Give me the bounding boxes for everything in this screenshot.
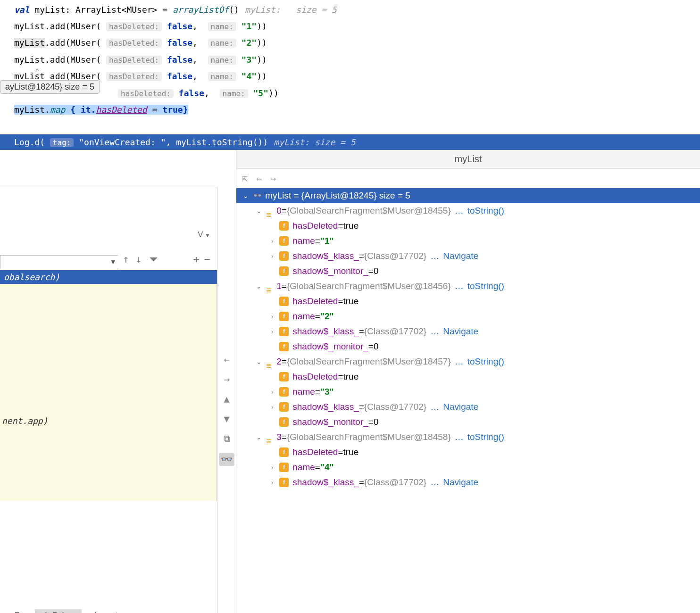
editor-code[interactable]: val myList: ArrayList<MUser> = arrayList…	[0, 0, 700, 118]
tree-field-row[interactable]: fhasDeleted = true	[236, 369, 700, 384]
frames-list[interactable]: nent.app)	[0, 284, 217, 501]
eq: =	[338, 369, 343, 384]
eq: =	[315, 233, 320, 249]
log-args: , myList.toString())	[166, 137, 268, 147]
arrow-down-icon[interactable]: ↓	[135, 253, 142, 265]
frame-item[interactable]: nent.app)	[0, 284, 217, 426]
glasses-icon: 👓	[253, 188, 262, 203]
caret-right-icon[interactable]: ›	[267, 309, 277, 324]
caret-down-icon[interactable]: ⌄	[254, 279, 264, 294]
dots-link[interactable]: …	[430, 249, 439, 264]
field-name: name	[292, 233, 315, 249]
forward-icon[interactable]: →	[224, 373, 229, 385]
inline-debug-hint: myList: size = 5	[245, 5, 337, 15]
dots-link[interactable]: …	[430, 324, 439, 339]
thread-dropdown[interactable]: ▼	[0, 255, 118, 269]
tree-item-row[interactable]: ⌄ ≡3 = {GlobalSearchFragment$MUser@18458…	[236, 430, 700, 445]
index-label: 0	[276, 203, 282, 218]
copy-icon[interactable]: ⧉	[224, 433, 230, 444]
minus-icon[interactable]: −	[204, 253, 210, 265]
tree-field-row[interactable]: fhasDeleted = true	[236, 218, 700, 233]
variables-tree[interactable]: ⌄ 👓myList = {ArrayList@18245} size = 5 ⌄…	[236, 188, 700, 490]
filter-icon[interactable]: ⏷	[149, 253, 159, 265]
tree-field-row[interactable]: › fname = "3"	[236, 384, 700, 399]
field-monitor: shadow$_monitor_	[292, 339, 368, 354]
navigate-link[interactable]: Navigate	[443, 249, 478, 264]
tostring-link[interactable]: toString()	[467, 203, 504, 218]
tab-debug[interactable]: 🐞Debug	[35, 609, 81, 613]
tree-field-row[interactable]: › fshadow$_klass_ = {Class@17702}…Naviga…	[236, 324, 700, 339]
tree-field-row[interactable]: › fname = "4"	[236, 460, 700, 475]
field-icon: f	[279, 251, 289, 261]
plus-icon[interactable]: +	[193, 253, 200, 265]
dots-link[interactable]: …	[430, 475, 439, 490]
dots-link[interactable]: …	[455, 354, 464, 369]
variables-toggle[interactable]: V▼	[198, 231, 210, 239]
dots-link[interactable]: …	[455, 430, 464, 445]
field-monitor: shadow$_monitor_	[292, 414, 368, 430]
arrow-up-icon[interactable]: ↑	[123, 253, 129, 265]
dots-link[interactable]: …	[430, 399, 439, 414]
tab-logcat[interactable]: ≡Logcat	[82, 609, 124, 613]
tab-run[interactable]: ▶Run	[0, 609, 35, 613]
tree-field-row[interactable]: fshadow$_monitor_ = 0	[236, 339, 700, 354]
field-icon: f	[279, 447, 289, 457]
eq: =	[282, 354, 287, 369]
caret-down-icon[interactable]: ⌄	[254, 354, 264, 369]
tree-field-row[interactable]: fhasDeleted = true	[236, 445, 700, 460]
tree-root-row[interactable]: ⌄ 👓myList = {ArrayList@18245} size = 5	[236, 188, 700, 203]
nav-back-icon[interactable]: ←	[256, 173, 262, 184]
tree-item-row[interactable]: ⌄ ≡0 = {GlobalSearchFragment$MUser@18455…	[236, 203, 700, 218]
value-class: {Class@17702}	[364, 324, 426, 339]
tree-field-row[interactable]: › fname = "2"	[236, 309, 700, 324]
caret-right-icon[interactable]: ›	[267, 460, 277, 475]
dots-link[interactable]: …	[455, 279, 464, 294]
frames-toolbar-right: + −	[193, 253, 211, 265]
caret-right-icon[interactable]: ›	[267, 233, 277, 249]
tree-field-row[interactable]: › fshadow$_klass_ = {Class@17702}…Naviga…	[236, 399, 700, 414]
glasses-icon[interactable]: 👓	[219, 453, 234, 466]
dots-link[interactable]: …	[455, 203, 464, 218]
tree-item-row[interactable]: ⌄ ≡1 = {GlobalSearchFragment$MUser@18456…	[236, 279, 700, 294]
tree-item-row[interactable]: ⌄ ≡2 = {GlobalSearchFragment$MUser@18457…	[236, 354, 700, 369]
field-monitor: shadow$_monitor_	[292, 264, 368, 279]
collapse-up-icon[interactable]: ▲	[224, 393, 229, 405]
selected-frame[interactable]: obalsearch)	[0, 270, 217, 284]
nav-forward-icon[interactable]: →	[270, 173, 276, 184]
caret-down-icon[interactable]: ⌄	[254, 203, 264, 218]
caret-right-icon[interactable]: ›	[267, 384, 277, 399]
caret-down-icon[interactable]: ⌄	[241, 188, 250, 203]
tostring-link[interactable]: toString()	[467, 430, 504, 445]
breakpoint-line[interactable]: Log.d( tag: "onViewCreated: ", myList.to…	[0, 134, 700, 150]
tree-field-row[interactable]: › fshadow$_klass_ = {Class@17702}…Naviga…	[236, 475, 700, 490]
tostring-link[interactable]: toString()	[467, 354, 504, 369]
tree-field-row[interactable]: fshadow$_monitor_ = 0	[236, 414, 700, 430]
caret-right-icon[interactable]: ›	[267, 399, 277, 414]
inline-debug-hint: myList: size = 5	[274, 137, 355, 147]
back-icon[interactable]: ←	[224, 354, 229, 365]
logcat-icon: ≡	[88, 612, 92, 613]
caret-right-icon[interactable]: ›	[267, 249, 277, 264]
field-hasdeleted: hasDeleted	[292, 445, 338, 460]
caret-right-icon[interactable]: ›	[267, 324, 277, 339]
comma: ,	[192, 55, 208, 65]
caret-right-icon[interactable]: ›	[267, 475, 277, 490]
navigate-link[interactable]: Navigate	[443, 475, 478, 490]
close-paren: ))	[257, 55, 267, 65]
close-paren: ))	[257, 38, 267, 48]
tree-field-row[interactable]: › fshadow$_klass_ = {Class@17702}…Naviga…	[236, 249, 700, 264]
bool-false: false	[179, 88, 204, 98]
field-icon: f	[279, 417, 289, 427]
tostring-link[interactable]: toString()	[467, 279, 504, 294]
navigate-link[interactable]: Navigate	[443, 324, 478, 339]
pin-icon[interactable]: ⇱	[242, 173, 248, 184]
tree-field-row[interactable]: fhasDeleted = true	[236, 294, 700, 309]
lambda-open: { it.	[65, 105, 96, 115]
caret-down-icon[interactable]: ⌄	[254, 430, 264, 445]
debug-value-tooltip: ayList@18245} size = 5	[0, 80, 100, 94]
field-klass: shadow$_klass_	[292, 249, 358, 264]
tree-field-row[interactable]: › fname = "1"	[236, 233, 700, 249]
collapse-down-icon[interactable]: ▼	[224, 413, 229, 424]
navigate-link[interactable]: Navigate	[443, 399, 478, 414]
tree-field-row[interactable]: fshadow$_monitor_ = 0	[236, 264, 700, 279]
